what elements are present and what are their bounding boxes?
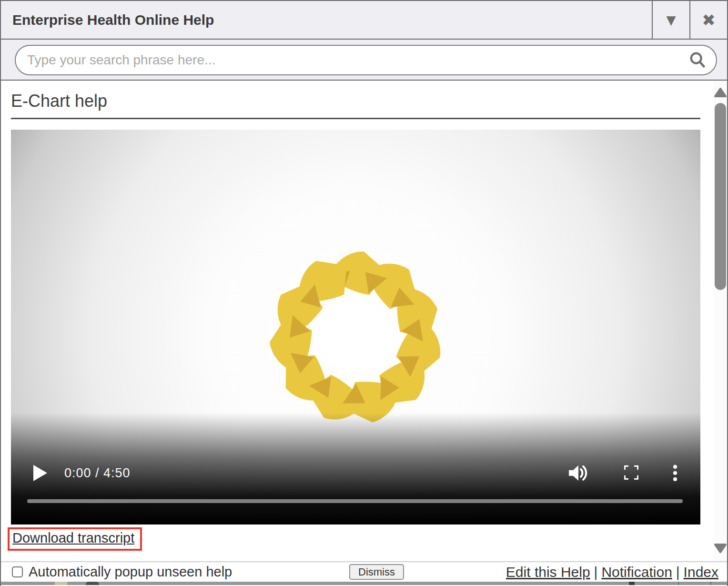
cutoff-artifact bbox=[710, 582, 711, 585]
video-progress-bar[interactable] bbox=[27, 499, 683, 503]
video-time: 0:00 / 4:50 bbox=[64, 466, 131, 481]
video-player[interactable]: 0:00 / 4:50 bbox=[11, 130, 700, 524]
fullscreen-icon bbox=[624, 465, 638, 480]
help-window: Enterprise Health Online Help ▼ ✖ E-Char… bbox=[0, 0, 728, 586]
collapse-button[interactable]: ▼ bbox=[652, 1, 689, 39]
notification-link[interactable]: Notification bbox=[601, 564, 672, 580]
scroll-up-icon[interactable] bbox=[714, 87, 727, 98]
overflow-menu-button[interactable] bbox=[673, 464, 677, 482]
kebab-menu-icon bbox=[673, 464, 677, 482]
search-field-container[interactable] bbox=[15, 45, 717, 75]
download-transcript-link[interactable]: Download transcript bbox=[12, 530, 134, 545]
play-icon bbox=[33, 465, 47, 481]
dismiss-button[interactable]: Dismiss bbox=[349, 564, 404, 580]
scroll-down-icon[interactable] bbox=[714, 543, 727, 554]
link-separator: | bbox=[672, 564, 684, 580]
transcript-highlight-box: Download transcript bbox=[8, 527, 142, 551]
volume-button[interactable] bbox=[569, 464, 590, 482]
cutoff-background-strip bbox=[1, 582, 727, 585]
search-input[interactable] bbox=[27, 52, 688, 68]
play-button[interactable] bbox=[33, 465, 47, 481]
fullscreen-button[interactable] bbox=[624, 464, 638, 482]
page-title: E-Chart help bbox=[11, 91, 700, 111]
video-controls: 0:00 / 4:50 bbox=[11, 463, 700, 483]
close-icon: ✖ bbox=[702, 10, 716, 30]
volume-icon bbox=[569, 464, 590, 482]
footer-links: Edit this Help|Notification|Index bbox=[506, 564, 727, 580]
titlebar: Enterprise Health Online Help ▼ ✖ bbox=[1, 1, 727, 40]
scrollbar-thumb[interactable] bbox=[715, 103, 726, 290]
cutoff-artifact bbox=[629, 582, 635, 585]
search-bar-row bbox=[1, 40, 727, 81]
cutoff-artifact bbox=[86, 582, 99, 585]
help-article: E-Chart help bbox=[1, 81, 714, 561]
window-title: Enterprise Health Online Help bbox=[1, 1, 652, 39]
footer-bar: Automatically popup unseen help Dismiss … bbox=[1, 562, 727, 582]
edit-this-help-link[interactable]: Edit this Help bbox=[506, 564, 590, 580]
vertical-scrollbar[interactable] bbox=[714, 81, 727, 561]
search-icon[interactable] bbox=[688, 51, 707, 69]
cutoff-artifact bbox=[55, 582, 67, 585]
chevron-down-icon: ▼ bbox=[667, 13, 676, 27]
popup-checkbox-label: Automatically popup unseen help bbox=[29, 564, 232, 580]
loading-spinner-icon bbox=[267, 249, 445, 426]
popup-checkbox[interactable] bbox=[12, 566, 23, 577]
heading-divider bbox=[11, 118, 700, 119]
close-button[interactable]: ✖ bbox=[689, 1, 727, 39]
cutoff-artifact bbox=[678, 582, 679, 585]
link-separator: | bbox=[590, 564, 602, 580]
content-area: E-Chart help bbox=[1, 81, 727, 562]
index-link[interactable]: Index bbox=[684, 564, 718, 580]
